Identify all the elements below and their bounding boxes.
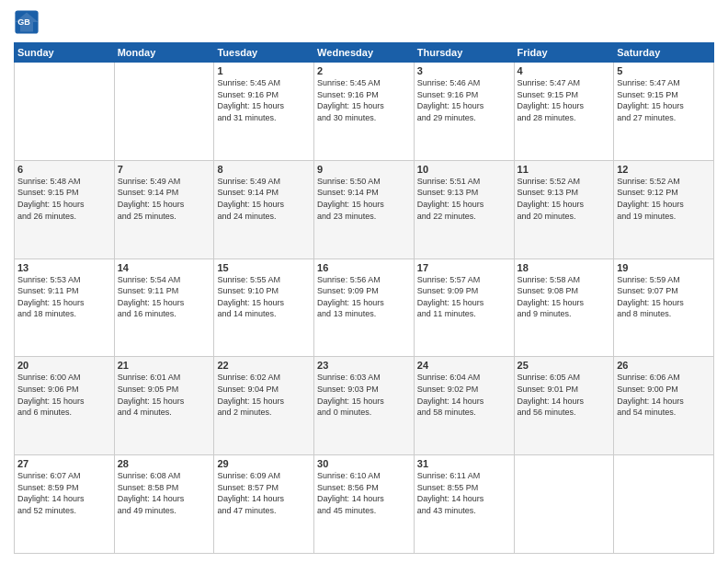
day-info: Sunrise: 5:52 AM Sunset: 9:12 PM Dayligh… xyxy=(617,176,711,222)
weekday-header-tuesday: Tuesday xyxy=(214,43,314,63)
day-number: 24 xyxy=(417,360,511,371)
day-number: 18 xyxy=(518,262,611,273)
day-info: Sunrise: 6:01 AM Sunset: 9:05 PM Dayligh… xyxy=(118,372,211,418)
day-info: Sunrise: 6:06 AM Sunset: 9:00 PM Dayligh… xyxy=(617,372,711,418)
day-number: 4 xyxy=(518,65,611,76)
day-info: Sunrise: 5:57 AM Sunset: 9:09 PM Dayligh… xyxy=(417,274,511,320)
day-number: 25 xyxy=(518,360,611,371)
day-number: 23 xyxy=(317,360,411,371)
day-info: Sunrise: 5:48 AM Sunset: 9:15 PM Dayligh… xyxy=(17,176,111,222)
day-cell xyxy=(614,455,714,554)
week-row-1: 1Sunrise: 5:45 AM Sunset: 9:16 PM Daylig… xyxy=(15,63,714,161)
day-cell: 25Sunrise: 6:05 AM Sunset: 9:01 PM Dayli… xyxy=(514,357,614,455)
logo: GB xyxy=(14,9,41,35)
day-number: 1 xyxy=(217,65,311,76)
week-row-5: 27Sunrise: 6:07 AM Sunset: 8:59 PM Dayli… xyxy=(15,455,714,554)
week-row-4: 20Sunrise: 6:00 AM Sunset: 9:06 PM Dayli… xyxy=(15,357,714,455)
day-cell: 29Sunrise: 6:09 AM Sunset: 8:57 PM Dayli… xyxy=(214,455,314,554)
day-cell: 2Sunrise: 5:45 AM Sunset: 9:16 PM Daylig… xyxy=(314,63,415,161)
day-cell: 6Sunrise: 5:48 AM Sunset: 9:15 PM Daylig… xyxy=(15,160,115,259)
day-cell: 10Sunrise: 5:51 AM Sunset: 9:13 PM Dayli… xyxy=(414,160,514,259)
day-cell: 31Sunrise: 6:11 AM Sunset: 8:55 PM Dayli… xyxy=(414,455,514,554)
day-cell: 24Sunrise: 6:04 AM Sunset: 9:02 PM Dayli… xyxy=(414,357,514,455)
day-cell xyxy=(15,63,115,161)
day-info: Sunrise: 5:59 AM Sunset: 9:07 PM Dayligh… xyxy=(617,274,711,320)
day-number: 16 xyxy=(317,262,411,273)
day-cell: 3Sunrise: 5:46 AM Sunset: 9:16 PM Daylig… xyxy=(414,63,514,161)
day-info: Sunrise: 5:58 AM Sunset: 9:08 PM Dayligh… xyxy=(518,274,611,320)
day-number: 20 xyxy=(17,360,111,371)
day-number: 9 xyxy=(317,164,411,175)
week-row-2: 6Sunrise: 5:48 AM Sunset: 9:15 PM Daylig… xyxy=(15,160,714,259)
day-info: Sunrise: 6:10 AM Sunset: 8:56 PM Dayligh… xyxy=(317,470,411,516)
weekday-header-monday: Monday xyxy=(114,43,214,63)
day-info: Sunrise: 5:54 AM Sunset: 9:11 PM Dayligh… xyxy=(118,274,211,320)
day-number: 11 xyxy=(518,164,611,175)
calendar-table: SundayMondayTuesdayWednesdayThursdayFrid… xyxy=(14,42,714,554)
day-info: Sunrise: 5:46 AM Sunset: 9:16 PM Dayligh… xyxy=(417,77,511,123)
day-number: 5 xyxy=(617,65,711,76)
day-number: 3 xyxy=(417,65,511,76)
day-info: Sunrise: 6:00 AM Sunset: 9:06 PM Dayligh… xyxy=(17,372,111,418)
day-number: 13 xyxy=(17,262,111,273)
day-cell: 26Sunrise: 6:06 AM Sunset: 9:00 PM Dayli… xyxy=(614,357,714,455)
svg-text:GB: GB xyxy=(17,17,30,27)
day-cell: 18Sunrise: 5:58 AM Sunset: 9:08 PM Dayli… xyxy=(514,259,614,357)
day-number: 14 xyxy=(118,262,211,273)
day-number: 22 xyxy=(217,360,311,371)
day-cell: 20Sunrise: 6:00 AM Sunset: 9:06 PM Dayli… xyxy=(15,357,115,455)
day-cell xyxy=(114,63,214,161)
day-info: Sunrise: 6:09 AM Sunset: 8:57 PM Dayligh… xyxy=(217,470,311,516)
day-number: 28 xyxy=(118,458,211,469)
day-number: 8 xyxy=(217,164,311,175)
weekday-header-wednesday: Wednesday xyxy=(314,43,415,63)
day-info: Sunrise: 5:52 AM Sunset: 9:13 PM Dayligh… xyxy=(518,176,611,222)
day-info: Sunrise: 5:47 AM Sunset: 9:15 PM Dayligh… xyxy=(518,77,611,123)
day-info: Sunrise: 5:55 AM Sunset: 9:10 PM Dayligh… xyxy=(217,274,311,320)
day-number: 2 xyxy=(317,65,411,76)
day-number: 7 xyxy=(118,164,211,175)
day-cell: 11Sunrise: 5:52 AM Sunset: 9:13 PM Dayli… xyxy=(514,160,614,259)
day-cell: 1Sunrise: 5:45 AM Sunset: 9:16 PM Daylig… xyxy=(214,63,314,161)
day-cell: 12Sunrise: 5:52 AM Sunset: 9:12 PM Dayli… xyxy=(614,160,714,259)
day-number: 30 xyxy=(317,458,411,469)
day-cell: 9Sunrise: 5:50 AM Sunset: 9:14 PM Daylig… xyxy=(314,160,415,259)
day-info: Sunrise: 5:47 AM Sunset: 9:15 PM Dayligh… xyxy=(617,77,711,123)
day-info: Sunrise: 6:11 AM Sunset: 8:55 PM Dayligh… xyxy=(417,470,511,516)
weekday-header-saturday: Saturday xyxy=(614,43,714,63)
day-cell: 15Sunrise: 5:55 AM Sunset: 9:10 PM Dayli… xyxy=(214,259,314,357)
day-cell: 13Sunrise: 5:53 AM Sunset: 9:11 PM Dayli… xyxy=(15,259,115,357)
day-cell: 16Sunrise: 5:56 AM Sunset: 9:09 PM Dayli… xyxy=(314,259,415,357)
day-info: Sunrise: 5:45 AM Sunset: 9:16 PM Dayligh… xyxy=(217,77,311,123)
day-cell: 23Sunrise: 6:03 AM Sunset: 9:03 PM Dayli… xyxy=(314,357,415,455)
day-cell: 27Sunrise: 6:07 AM Sunset: 8:59 PM Dayli… xyxy=(15,455,115,554)
day-number: 31 xyxy=(417,458,511,469)
day-cell: 8Sunrise: 5:49 AM Sunset: 9:14 PM Daylig… xyxy=(214,160,314,259)
logo-icon: GB xyxy=(14,9,40,35)
day-cell: 22Sunrise: 6:02 AM Sunset: 9:04 PM Dayli… xyxy=(214,357,314,455)
day-cell xyxy=(514,455,614,554)
day-info: Sunrise: 6:07 AM Sunset: 8:59 PM Dayligh… xyxy=(17,470,111,516)
header: GB xyxy=(14,9,714,35)
day-number: 29 xyxy=(217,458,311,469)
week-row-3: 13Sunrise: 5:53 AM Sunset: 9:11 PM Dayli… xyxy=(15,259,714,357)
day-cell: 19Sunrise: 5:59 AM Sunset: 9:07 PM Dayli… xyxy=(614,259,714,357)
day-number: 26 xyxy=(617,360,711,371)
day-cell: 7Sunrise: 5:49 AM Sunset: 9:14 PM Daylig… xyxy=(114,160,214,259)
day-info: Sunrise: 5:53 AM Sunset: 9:11 PM Dayligh… xyxy=(17,274,111,320)
day-info: Sunrise: 5:50 AM Sunset: 9:14 PM Dayligh… xyxy=(317,176,411,222)
day-info: Sunrise: 6:08 AM Sunset: 8:58 PM Dayligh… xyxy=(118,470,211,516)
day-number: 12 xyxy=(617,164,711,175)
day-info: Sunrise: 5:45 AM Sunset: 9:16 PM Dayligh… xyxy=(317,77,411,123)
day-info: Sunrise: 5:51 AM Sunset: 9:13 PM Dayligh… xyxy=(417,176,511,222)
day-number: 27 xyxy=(17,458,111,469)
day-number: 6 xyxy=(17,164,111,175)
day-info: Sunrise: 5:49 AM Sunset: 9:14 PM Dayligh… xyxy=(118,176,211,222)
weekday-header-friday: Friday xyxy=(514,43,614,63)
day-cell: 30Sunrise: 6:10 AM Sunset: 8:56 PM Dayli… xyxy=(314,455,415,554)
day-cell: 28Sunrise: 6:08 AM Sunset: 8:58 PM Dayli… xyxy=(114,455,214,554)
day-number: 15 xyxy=(217,262,311,273)
day-number: 17 xyxy=(417,262,511,273)
day-info: Sunrise: 5:49 AM Sunset: 9:14 PM Dayligh… xyxy=(217,176,311,222)
day-cell: 14Sunrise: 5:54 AM Sunset: 9:11 PM Dayli… xyxy=(114,259,214,357)
